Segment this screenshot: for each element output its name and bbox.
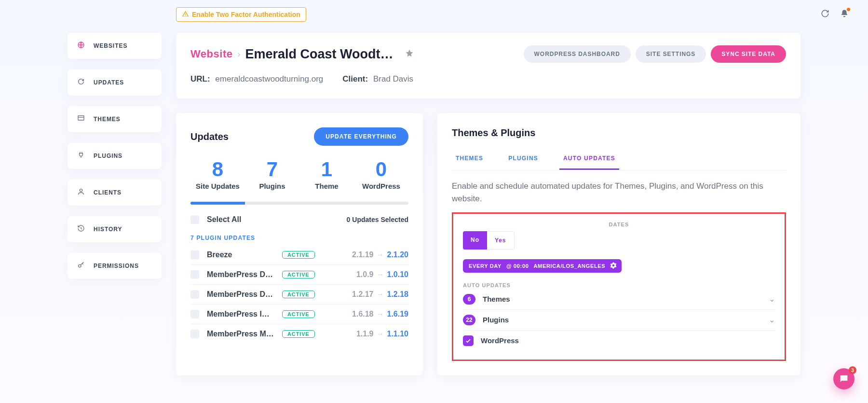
globe-icon [77,41,85,51]
tab-plugins[interactable]: Plugins [504,149,542,170]
sidebar-item-history[interactable]: History [68,216,162,242]
version-from: 1.6.18 [352,310,373,319]
status-badge: Active [282,291,315,298]
updates-selected-count: 0 Updates Selected [347,216,408,223]
client-value[interactable]: Brad Davis [373,74,413,83]
auto-updates-row-wordpress[interactable]: WordPress [463,331,775,351]
site-header-card: Website › Emerald Coast Woodturni… WordP… [176,33,800,98]
chat-badge: 3 [849,366,856,374]
plugin-name: MemberPress Div… [207,270,274,279]
refresh-icon[interactable] [821,9,829,20]
count-badge: 22 [463,315,475,325]
plugin-name: Breeze [207,250,274,259]
arrow-right-icon: → [377,250,384,259]
chevron-down-icon: ⌄ [769,315,775,324]
breadcrumb-website[interactable]: Website [190,48,232,60]
stat-plugins[interactable]: 7 Plugins [245,158,299,190]
chevron-down-icon: ⌄ [769,294,775,304]
stat-site-updates[interactable]: 8 Site Updates [190,158,245,190]
enable-2fa-button[interactable]: Enable Two Factor Authentication [176,7,306,22]
sidebar-item-label: Plugins [94,153,122,159]
plugin-checkbox[interactable] [190,290,199,299]
sidebar-item-clients[interactable]: Clients [68,180,162,206]
themes-plugins-title: Themes & Plugins [452,127,786,139]
arrow-right-icon: → [377,330,384,338]
key-icon [77,261,85,271]
plugin-checkbox[interactable] [190,310,199,319]
arrow-right-icon: → [377,310,384,319]
sidebar-item-websites[interactable]: Websites [68,33,162,59]
plugin-name: MemberPress Do… [207,290,274,299]
gear-icon[interactable] [610,262,617,270]
select-all-label[interactable]: Select All [207,215,241,224]
refresh-icon [77,78,85,87]
plugin-checkbox[interactable] [190,270,199,279]
bell-icon[interactable] [840,9,849,20]
site-settings-button[interactable]: Site Settings [636,45,706,63]
plugin-row[interactable]: MemberPress Div…Active1.0.9→1.0.10 [190,264,408,284]
chevron-right-icon: › [237,49,240,59]
plugin-name: MemberPress Im… [207,310,274,319]
updates-title: Updates [190,131,229,142]
auto-updates-description: Enable and schedule automated updates fo… [452,180,786,206]
layout-icon [77,114,85,124]
chat-fab[interactable]: 3 [833,368,854,389]
site-title: Emerald Coast Woodturni… [245,47,399,62]
sidebar-item-label: Clients [94,189,122,196]
notification-dot [847,8,850,11]
url-value[interactable]: emeraldcoastwoodturning.org [215,74,323,83]
auto-updates-toggle[interactable]: No Yes [463,231,515,250]
sidebar-item-themes[interactable]: Themes [68,106,162,132]
version-from: 2.1.19 [352,250,373,259]
select-all-checkbox[interactable] [190,215,199,224]
sidebar-item-label: History [94,226,122,233]
plugin-row[interactable]: BreezeActive2.1.19→2.1.20 [190,245,408,264]
stat-theme[interactable]: 1 Theme [299,158,354,190]
auto-updates-label: Auto Updates [463,282,775,288]
svg-rect-1 [78,116,84,120]
tab-auto-updates[interactable]: Auto Updates [559,149,619,170]
sidebar-item-permissions[interactable]: Permissions [68,253,162,279]
history-icon [77,224,85,234]
sidebar-item-label: Permissions [94,263,139,269]
version-to: 2.1.20 [387,250,408,259]
plugin-updates-heading: 7 Plugin Updates [190,235,408,241]
warning-icon [182,10,189,19]
wordpress-dashboard-button[interactable]: WordPress Dashboard [524,45,631,63]
tab-themes[interactable]: Themes [452,149,487,170]
auto-updates-row-themes[interactable]: 6 Themes ⌄ [463,289,775,310]
count-badge: 6 [463,294,475,305]
status-badge: Active [282,251,315,259]
wordpress-checkbox[interactable] [463,335,474,346]
update-everything-button[interactable]: Update Everything [314,127,408,146]
enable-2fa-label: Enable Two Factor Authentication [192,11,300,18]
status-badge: Active [282,330,315,338]
plugin-row[interactable]: MemberPress Do…Active1.2.17→1.2.18 [190,284,408,304]
plugin-row[interactable]: MemberPress Im…Active1.6.18→1.6.19 [190,304,408,324]
plugin-checkbox[interactable] [190,330,199,338]
sidebar-item-label: Themes [94,116,121,123]
sync-site-data-button[interactable]: Sync Site Data [711,45,786,63]
status-badge: Active [282,271,315,278]
version-to: 1.2.18 [387,290,408,299]
version-to: 1.1.10 [387,330,408,338]
arrow-right-icon: → [377,270,384,279]
sidebar-item-plugins[interactable]: Plugins [68,143,162,169]
plugin-row[interactable]: MemberPress Ma…Active1.1.9→1.1.10 [190,324,408,344]
svg-point-3 [79,264,81,267]
schedule-chip[interactable]: Every Day @ 00:00 America/Los_Angeles [463,259,622,273]
client-label: Client: [342,74,368,83]
plugin-checkbox[interactable] [190,250,199,259]
sidebar-item-label: Websites [94,42,127,49]
version-to: 1.0.10 [387,270,408,279]
star-icon[interactable] [405,49,414,59]
stat-wordpress[interactable]: 0 WordPress [354,158,408,190]
toggle-yes[interactable]: Yes [487,231,515,250]
user-icon [77,188,85,197]
status-badge: Active [282,310,315,318]
schedule-field-label: DATES [463,222,775,227]
auto-updates-row-plugins[interactable]: 22 Plugins ⌄ [463,310,775,331]
sidebar-item-updates[interactable]: Updates [68,69,162,96]
sidebar-item-label: Updates [94,79,124,86]
toggle-no[interactable]: No [463,231,487,250]
